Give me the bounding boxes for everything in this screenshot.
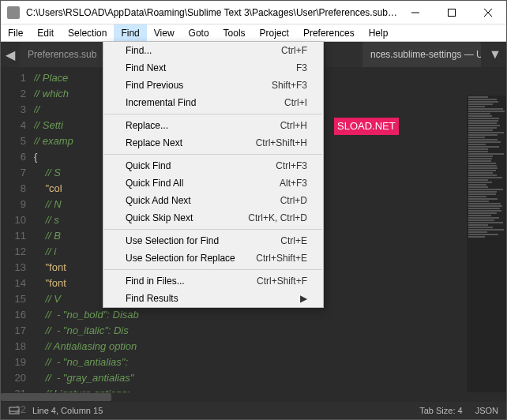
find-menu-item[interactable]: Quick Add NextCtrl+D: [103, 192, 323, 209]
find-menu-item[interactable]: Replace NextCtrl+Shift+H: [103, 134, 323, 152]
find-menu-item[interactable]: Find in Files...Ctrl+Shift+F: [103, 272, 323, 290]
window-title: C:\Users\RSLOAD\AppData\Roaming\Sublime …: [26, 7, 397, 18]
close-button[interactable]: [470, 1, 506, 24]
find-menu-item[interactable]: Find...Ctrl+F: [103, 42, 323, 59]
find-menu-item[interactable]: Use Selection for FindCtrl+E: [103, 232, 323, 249]
app-icon: [7, 6, 20, 19]
menu-bar: FileEditSelectionFindViewGotoToolsProjec…: [1, 24, 506, 42]
window-controls: [397, 1, 506, 24]
maximize-button[interactable]: [434, 1, 470, 24]
find-menu-item[interactable]: Incremental FindCtrl+I: [103, 94, 323, 111]
menu-help[interactable]: Help: [362, 24, 396, 41]
find-menu-item[interactable]: Quick FindCtrl+F3: [103, 157, 323, 174]
tab-label: nces.sublime-settings — User: [370, 49, 481, 60]
menu-view[interactable]: View: [147, 24, 182, 41]
menu-selection[interactable]: Selection: [61, 24, 114, 41]
menu-preferences[interactable]: Preferences: [296, 24, 362, 41]
find-menu-item[interactable]: Find Results▶: [103, 290, 323, 307]
find-menu-dropdown: Find...Ctrl+FFind NextF3Find PreviousShi…: [103, 41, 324, 308]
menu-find[interactable]: Find: [114, 24, 146, 41]
find-menu-item[interactable]: Quick Find AllAlt+F3: [103, 174, 323, 192]
tab-preferences-default[interactable]: Preferences.sub: [20, 42, 104, 67]
tab-scroll-left[interactable]: ◀: [1, 42, 20, 67]
status-bar: Line 4, Column 15 Tab Size: 4 JSON: [1, 402, 506, 419]
horizontal-scrollbar[interactable]: [1, 392, 506, 402]
menu-file[interactable]: File: [1, 24, 30, 41]
status-syntax[interactable]: JSON: [475, 406, 498, 415]
minimap[interactable]: [467, 96, 506, 392]
status-cursor-position: Line 4, Column 15: [32, 406, 103, 415]
watermark-badge: SLOAD.NET: [334, 118, 399, 135]
window-titlebar: C:\Users\RSLOAD\AppData\Roaming\Sublime …: [1, 1, 506, 24]
menu-edit[interactable]: Edit: [30, 24, 61, 41]
find-menu-item[interactable]: Quick Skip NextCtrl+K, Ctrl+D: [103, 209, 323, 227]
menu-goto[interactable]: Goto: [182, 24, 216, 41]
find-menu-item[interactable]: Replace...Ctrl+H: [103, 117, 323, 134]
find-menu-item[interactable]: Find PreviousShift+F3: [103, 77, 323, 94]
svg-rect-1: [449, 9, 456, 16]
status-tab-size[interactable]: Tab Size: 4: [419, 406, 462, 415]
menu-project[interactable]: Project: [253, 24, 296, 41]
find-menu-item[interactable]: Find NextF3: [103, 59, 323, 77]
submenu-arrow-icon: ▶: [300, 293, 307, 304]
line-number-gutter: 1234567891011121314151617181920212223: [1, 67, 34, 402]
tab-dropdown[interactable]: ▼: [484, 42, 506, 67]
menu-tools[interactable]: Tools: [216, 24, 253, 41]
find-menu-item[interactable]: Use Selection for ReplaceCtrl+Shift+E: [103, 249, 323, 267]
tab-label: Preferences.sub: [28, 49, 96, 60]
tab-preferences-user[interactable]: nces.sublime-settings — User: [362, 42, 481, 67]
scrollbar-thumb[interactable]: [1, 393, 111, 401]
minimize-button[interactable]: [397, 1, 434, 24]
